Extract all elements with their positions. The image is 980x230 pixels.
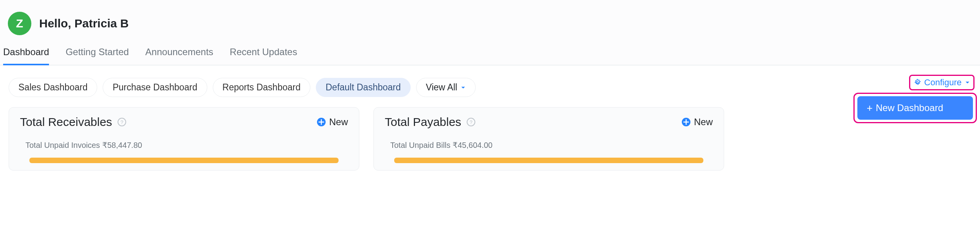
gear-icon: [913, 79, 921, 86]
card-payables: Total Payables ? New Total Unpaid Bills …: [373, 107, 724, 171]
configure-label: Configure: [924, 77, 962, 88]
view-all-label: View All: [426, 82, 457, 93]
new-dashboard-label: New Dashboard: [876, 102, 943, 113]
card-title: Total Receivables: [20, 115, 112, 129]
card-title-wrap: Total Payables ?: [385, 115, 475, 129]
chevron-down-icon: [965, 80, 970, 85]
receivables-subtext: Total Unpaid Invoices ₹58,447.80: [9, 139, 359, 153]
card-header: Total Payables ? New: [374, 108, 724, 139]
new-receivable-link[interactable]: New: [317, 117, 348, 128]
card-title: Total Payables: [385, 115, 461, 129]
configure-highlight: Configure: [909, 75, 975, 90]
progress-wrap: [374, 153, 724, 170]
tab-getting-started[interactable]: Getting Started: [65, 41, 129, 65]
plus-circle-icon: [317, 117, 326, 127]
card-header: Total Receivables ? New: [9, 108, 359, 139]
plus-icon: +: [867, 103, 873, 113]
pill-sales-dashboard[interactable]: Sales Dashboard: [9, 78, 97, 97]
new-payable-link[interactable]: New: [681, 117, 713, 128]
progress-wrap: [9, 153, 359, 170]
tab-recent-updates[interactable]: Recent Updates: [230, 41, 297, 65]
new-label: New: [329, 117, 348, 128]
tab-announcements[interactable]: Announcements: [145, 41, 213, 65]
payables-subtext: Total Unpaid Bills ₹45,604.00: [374, 139, 724, 153]
plus-circle-icon: [681, 117, 691, 127]
card-receivables: Total Receivables ? New Total Unpaid Inv…: [9, 107, 359, 171]
pill-reports-dashboard[interactable]: Reports Dashboard: [213, 78, 310, 97]
help-icon[interactable]: ?: [118, 118, 126, 126]
help-icon[interactable]: ?: [467, 118, 475, 126]
greeting-text: Hello, Patricia B: [39, 17, 129, 30]
pill-default-dashboard[interactable]: Default Dashboard: [316, 78, 411, 97]
avatar: Z: [8, 12, 31, 35]
tab-dashboard[interactable]: Dashboard: [3, 41, 49, 65]
header-inner: Z Hello, Patricia B: [0, 9, 980, 41]
cards-row: Total Receivables ? New Total Unpaid Inv…: [0, 107, 980, 171]
receivables-progress-bar: [29, 158, 339, 163]
payables-progress-bar: [394, 158, 703, 163]
pill-view-all[interactable]: View All: [416, 78, 476, 97]
new-dashboard-highlight: + New Dashboard: [853, 93, 977, 123]
pill-purchase-dashboard[interactable]: Purchase Dashboard: [103, 78, 207, 97]
new-dashboard-button[interactable]: + New Dashboard: [857, 96, 973, 120]
main-tabs: Dashboard Getting Started Announcements …: [0, 41, 980, 65]
chevron-down-icon: [460, 85, 466, 90]
new-label: New: [694, 117, 713, 128]
configure-button[interactable]: Configure: [913, 77, 971, 88]
dashboard-pills-row: Sales Dashboard Purchase Dashboard Repor…: [0, 65, 980, 107]
right-controls: Configure + New Dashboard: [853, 75, 977, 123]
card-title-wrap: Total Receivables ?: [20, 115, 126, 129]
dashboard-header: Z Hello, Patricia B Dashboard Getting St…: [0, 0, 980, 65]
